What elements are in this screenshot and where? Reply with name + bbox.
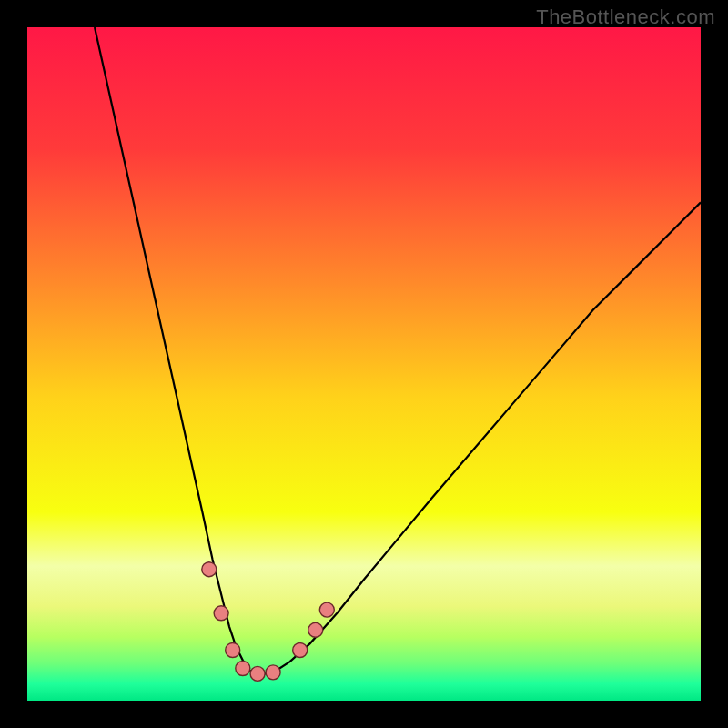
data-marker bbox=[293, 643, 308, 658]
data-marker bbox=[226, 643, 240, 658]
data-marker bbox=[266, 665, 280, 680]
gradient-background bbox=[27, 27, 701, 701]
data-marker bbox=[236, 661, 250, 675]
data-marker bbox=[319, 602, 334, 617]
chart-svg bbox=[27, 27, 701, 701]
plot-area bbox=[27, 27, 701, 701]
data-marker bbox=[250, 666, 265, 681]
chart-container: TheBottleneck.com bbox=[0, 0, 728, 728]
data-marker bbox=[308, 622, 323, 637]
data-marker bbox=[214, 606, 228, 621]
watermark-text: TheBottleneck.com bbox=[536, 5, 715, 29]
data-marker bbox=[202, 562, 217, 577]
